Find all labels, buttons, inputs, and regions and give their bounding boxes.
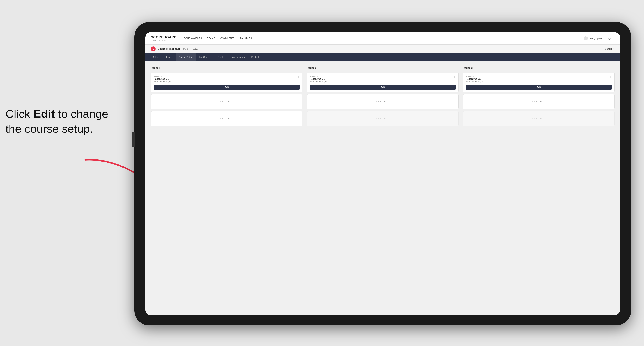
- scoreboard-subtitle: Powered by clippd: [151, 39, 177, 41]
- round-2-course-details: Yellow (M) (6629 yds): [310, 81, 456, 83]
- tablet-side-button: [132, 132, 135, 147]
- clippd-icon: C: [151, 46, 156, 51]
- tournament-gender: (Men): [182, 48, 188, 50]
- tab-tee-groups[interactable]: Tee Groups: [196, 53, 214, 61]
- round-3-add-course-2-label: Add Course: [532, 117, 543, 120]
- rounds-grid: Round 1 🗑 (Course A) Peachtree GC Yellow…: [151, 66, 614, 126]
- round-2-edit-button[interactable]: Edit: [310, 85, 456, 90]
- round-1-edit-button[interactable]: Edit: [154, 85, 300, 90]
- tablet-frame: SCOREBOARD Powered by clippd TOURNAMENTS…: [134, 22, 631, 325]
- round-3-add-plus-2: +: [544, 117, 546, 120]
- tab-teams[interactable]: Teams: [162, 53, 176, 61]
- main-content: Round 1 🗑 (Course A) Peachtree GC Yellow…: [145, 61, 620, 315]
- round-3-add-course-1[interactable]: Add Course +: [463, 94, 614, 109]
- round-3-add-course-1-label: Add Course: [532, 100, 543, 103]
- cancel-label: Cancel: [605, 48, 612, 50]
- main-nav: TOURNAMENTS TEAMS COMMITTEE RANKINGS: [184, 37, 252, 40]
- scoreboard-logo: SCOREBOARD Powered by clippd: [151, 35, 177, 41]
- instruction-bold: Edit: [34, 108, 55, 120]
- nav-teams[interactable]: TEAMS: [207, 37, 215, 40]
- round-1-course-label: (Course A): [154, 75, 300, 77]
- top-nav-left: SCOREBOARD Powered by clippd TOURNAMENTS…: [151, 35, 252, 41]
- hosting-badge: Hosting: [192, 48, 198, 50]
- round-2-add-course-2: Add Course +: [307, 111, 458, 126]
- round-1-add-course-2[interactable]: Add Course +: [151, 111, 302, 126]
- round-3-add-plus-1: +: [544, 100, 546, 103]
- sign-out-link[interactable]: Sign out: [607, 37, 614, 39]
- round-3-course-name: Peachtree GC: [466, 78, 612, 80]
- round-3-edit-button[interactable]: Edit: [466, 85, 612, 90]
- close-icon: ✕: [613, 48, 614, 50]
- round-3-add-course-2: Add Course +: [463, 111, 614, 126]
- round-1-add-plus-2: +: [232, 117, 234, 120]
- tab-details[interactable]: Details: [149, 53, 162, 61]
- sub-header-left: C Clippd Invitational (Men) Hosting: [151, 46, 198, 51]
- round-1-course-card: 🗑 (Course A) Peachtree GC Yellow (M) (66…: [151, 73, 302, 92]
- round-1-add-course-2-label: Add Course: [220, 117, 231, 120]
- nav-committee[interactable]: COMMITTEE: [220, 37, 234, 40]
- round-1-title: Round 1: [151, 66, 302, 69]
- tab-leaderboards[interactable]: Leaderboards: [228, 53, 248, 61]
- tablet-screen: SCOREBOARD Powered by clippd TOURNAMENTS…: [145, 32, 620, 315]
- tab-course-setup[interactable]: Course Setup: [176, 53, 196, 61]
- round-1-course-details: Yellow (M) (6629 yds): [154, 81, 300, 83]
- sub-header: C Clippd Invitational (Men) Hosting Canc…: [145, 45, 620, 53]
- round-2-add-plus-1: +: [388, 100, 390, 103]
- round-2-add-plus-2: +: [388, 117, 390, 120]
- nav-tournaments[interactable]: TOURNAMENTS: [184, 37, 202, 40]
- round-3-course-label: (Course A): [466, 75, 612, 77]
- round-1-add-course-1[interactable]: Add Course +: [151, 94, 302, 109]
- round-2-column: Round 2 🗑 (Course A) Peachtree GC Yellow…: [307, 66, 458, 126]
- round-2-title: Round 2: [307, 66, 458, 69]
- tab-results[interactable]: Results: [214, 53, 228, 61]
- round-1-add-course-1-label: Add Course: [220, 100, 231, 103]
- instruction-text: Click Edit to change the course setup.: [6, 107, 112, 136]
- round-2-course-card: 🗑 (Course A) Peachtree GC Yellow (M) (66…: [307, 73, 458, 92]
- round-3-delete-icon[interactable]: 🗑: [609, 75, 612, 78]
- user-avatar: [584, 36, 588, 40]
- scoreboard-title: SCOREBOARD: [151, 35, 177, 39]
- round-1-column: Round 1 🗑 (Course A) Peachtree GC Yellow…: [151, 66, 302, 126]
- top-nav: SCOREBOARD Powered by clippd TOURNAMENTS…: [145, 32, 620, 45]
- round-1-delete-icon[interactable]: 🗑: [297, 75, 300, 78]
- round-2-add-course-2-label: Add Course: [376, 117, 387, 120]
- round-3-title: Round 3: [463, 66, 614, 69]
- tournament-name: Clippd Invitational: [158, 47, 180, 50]
- round-2-delete-icon[interactable]: 🗑: [453, 75, 456, 78]
- round-2-course-name: Peachtree GC: [310, 78, 456, 80]
- round-2-course-label: (Course A): [310, 75, 456, 77]
- round-3-column: Round 3 🗑 (Course A) Peachtree GC Yellow…: [463, 66, 614, 126]
- cancel-button[interactable]: Cancel ✕: [605, 48, 614, 50]
- round-1-add-plus-1: +: [232, 100, 234, 103]
- round-1-course-name: Peachtree GC: [154, 78, 300, 80]
- round-3-course-details: Yellow (M) (6629 yds): [466, 81, 612, 83]
- tab-bar: Details Teams Course Setup Tee Groups Re…: [145, 53, 620, 61]
- round-2-add-course-1[interactable]: Add Course +: [307, 94, 458, 109]
- round-2-add-course-1-label: Add Course: [376, 100, 387, 103]
- user-email: blair@clippd.io: [590, 37, 603, 39]
- round-3-course-card: 🗑 (Course A) Peachtree GC Yellow (M) (66…: [463, 73, 614, 92]
- nav-rankings[interactable]: RANKINGS: [240, 37, 252, 40]
- tab-printables[interactable]: Printables: [248, 53, 264, 61]
- top-nav-right: blair@clippd.io | Sign out: [584, 36, 614, 40]
